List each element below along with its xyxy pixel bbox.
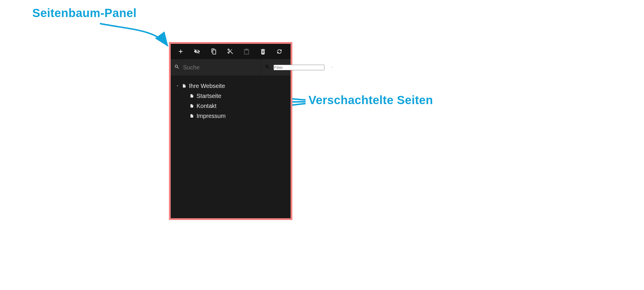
paste-button[interactable] xyxy=(238,44,255,59)
tree-root-label: Ihre Webseite xyxy=(189,83,225,89)
tree-item-label: Kontakt xyxy=(197,103,217,109)
cut-icon xyxy=(227,48,233,55)
copy-icon xyxy=(210,48,217,55)
filter-dropdown-toggle[interactable] xyxy=(328,65,337,70)
tree-root-row[interactable]: Ihre Webseite xyxy=(174,81,287,91)
search-icon xyxy=(174,64,180,71)
page-icon xyxy=(189,103,194,109)
filter-input[interactable] xyxy=(274,65,324,70)
delete-button[interactable] xyxy=(255,44,271,59)
caret-down-icon xyxy=(175,84,180,88)
tree-item-label: Startseite xyxy=(197,93,221,99)
annotation-panel-label: Seitenbaum-Panel xyxy=(32,6,137,20)
search-container xyxy=(171,59,261,76)
page-icon xyxy=(189,93,194,99)
annotation-arrows xyxy=(0,0,644,290)
eye-slash-icon xyxy=(194,48,200,55)
page-tree: Ihre Webseite Startseite Kontakt Impress… xyxy=(171,76,291,126)
plus-icon xyxy=(177,48,184,55)
annotation-nested-label: Verschachtelte Seiten xyxy=(308,94,433,107)
filter-container xyxy=(261,59,340,76)
add-button[interactable] xyxy=(172,44,189,59)
panel-toolbar xyxy=(171,44,291,59)
filter-search-icon xyxy=(265,64,270,71)
clipboard-icon xyxy=(243,48,250,55)
tree-item[interactable]: Startseite xyxy=(174,91,287,101)
toggle-hidden-button[interactable] xyxy=(189,44,205,59)
search-input[interactable] xyxy=(183,64,257,71)
copy-button[interactable] xyxy=(205,44,222,59)
trash-icon xyxy=(260,48,266,55)
refresh-button[interactable] xyxy=(271,44,288,59)
page-icon xyxy=(189,113,194,119)
refresh-icon xyxy=(276,48,283,55)
tree-item-label: Impressum xyxy=(197,113,226,119)
page-icon xyxy=(182,83,187,89)
tree-item[interactable]: Kontakt xyxy=(174,101,287,111)
cut-button[interactable] xyxy=(222,44,238,59)
tree-item[interactable]: Impressum xyxy=(174,111,287,121)
page-tree-panel: Ihre Webseite Startseite Kontakt Impress… xyxy=(169,42,292,220)
chevron-down-icon xyxy=(330,65,335,70)
search-filter-row xyxy=(171,59,291,76)
